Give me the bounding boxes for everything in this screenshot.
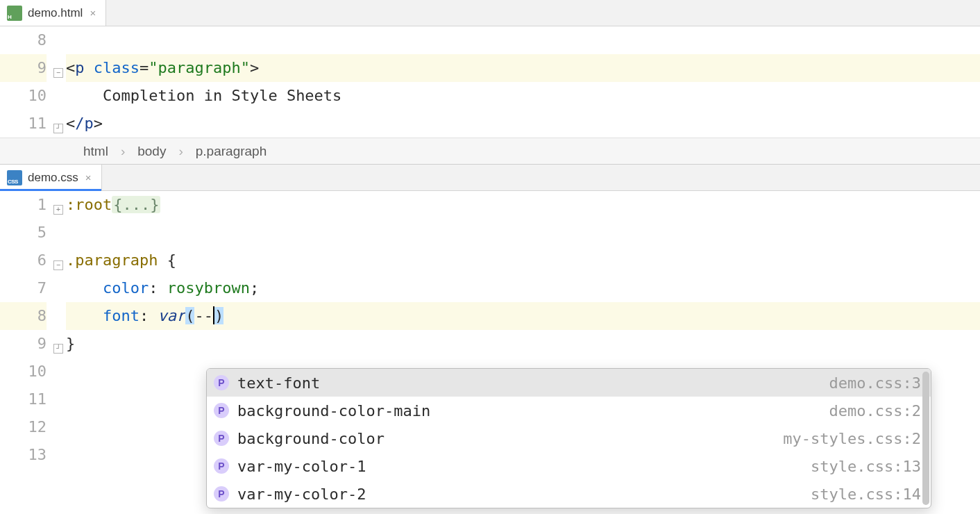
completion-location: style.css:14	[811, 486, 921, 503]
line-gutter: 891011	[0, 26, 66, 138]
property-icon: P	[214, 403, 229, 418]
code-line[interactable]: ┘}	[66, 330, 980, 358]
close-icon[interactable]: ×	[84, 172, 93, 183]
completion-name: var-my-color-2	[237, 486, 811, 503]
chevron-right-icon: ›	[178, 144, 183, 159]
completion-item[interactable]: Pbackground-color-maindemo.css:2	[207, 397, 931, 424]
top-editor-pane: H demo.html × 891011 −<p class="paragrap…	[0, 0, 980, 164]
completion-name: background-color	[237, 430, 783, 447]
breadcrumb-item[interactable]: html	[83, 144, 108, 159]
code-area[interactable]: −<p class="paragraph"> Completion in Sty…	[66, 26, 980, 138]
property-icon: P	[214, 431, 229, 446]
breadcrumb-item[interactable]: p.paragraph	[196, 144, 267, 159]
bottom-tab-bar: CSS demo.css ×	[0, 165, 980, 191]
completion-location: demo.css:3	[829, 374, 921, 392]
completion-name: var-my-color-1	[237, 458, 811, 475]
tab-demo-html[interactable]: H demo.html ×	[0, 0, 106, 26]
fold-collapse-icon[interactable]: −	[53, 260, 63, 270]
property-icon: P	[214, 486, 229, 501]
property-icon: P	[214, 458, 229, 474]
code-line[interactable]	[66, 219, 980, 247]
fold-end-icon: ┘	[53, 124, 63, 133]
code-line[interactable]	[66, 26, 980, 54]
completion-location: style.css:13	[811, 458, 921, 475]
code-line[interactable]: +:root{...}	[66, 191, 980, 219]
property-icon: P	[214, 375, 229, 390]
close-icon[interactable]: ×	[88, 7, 97, 19]
tab-filename: demo.html	[28, 6, 83, 20]
tab-filename: demo.css	[28, 171, 78, 185]
top-editor[interactable]: 891011 −<p class="paragraph"> Completion…	[0, 26, 980, 138]
completion-item[interactable]: Pvar-my-color-2style.css:14	[207, 480, 931, 508]
chevron-right-icon: ›	[121, 144, 125, 159]
fold-collapse-icon[interactable]: −	[53, 68, 63, 78]
completion-item[interactable]: Pvar-my-color-1style.css:13	[207, 452, 931, 480]
line-gutter: 15678910111213	[0, 191, 66, 469]
top-tab-bar: H demo.html ×	[0, 0, 980, 26]
completion-item[interactable]: Pbackground-colormy-styles.css:2	[207, 424, 931, 452]
completion-name: background-color-main	[237, 402, 829, 420]
code-line[interactable]: color: rosybrown;	[66, 274, 980, 302]
breadcrumb-item[interactable]: body	[137, 144, 166, 159]
scrollbar[interactable]	[922, 372, 929, 505]
html-file-icon: H	[7, 6, 22, 21]
breadcrumb[interactable]: html › body › p.paragraph	[0, 138, 980, 164]
code-line[interactable]: Completion in Style Sheets	[66, 82, 980, 110]
code-line[interactable]: −<p class="paragraph">	[66, 54, 980, 82]
completion-location: my-styles.css:2	[783, 430, 921, 447]
fold-end-icon: ┘	[53, 344, 63, 354]
code-line[interactable]: font: var(--)	[66, 302, 980, 330]
completion-popup[interactable]: Ptext-fontdemo.css:3Pbackground-color-ma…	[206, 368, 931, 508]
completion-name: text-font	[237, 374, 829, 392]
completion-item[interactable]: Ptext-fontdemo.css:3	[207, 369, 931, 397]
tab-demo-css[interactable]: CSS demo.css ×	[0, 165, 102, 190]
completion-location: demo.css:2	[829, 402, 921, 420]
css-file-icon: CSS	[7, 170, 22, 185]
fold-expand-icon[interactable]: +	[53, 205, 63, 215]
code-line[interactable]: ┘</p>	[66, 110, 980, 138]
code-line[interactable]: −.paragraph {	[66, 247, 980, 274]
